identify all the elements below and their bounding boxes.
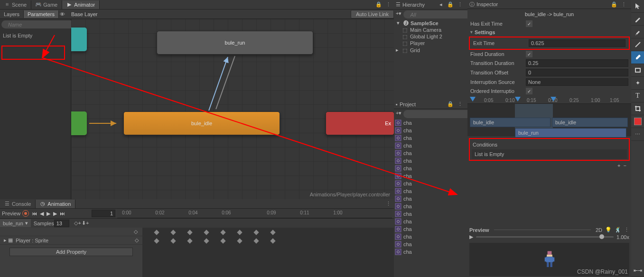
project-item[interactable]: cha <box>395 172 467 180</box>
project-item[interactable]: cha <box>395 210 467 218</box>
transition-duration-field[interactable]: 0.25 <box>526 59 628 67</box>
project-item[interactable]: cha <box>395 248 467 256</box>
project-item[interactable]: cha <box>395 203 467 210</box>
tab-animation[interactable]: ◷Animation <box>36 200 75 208</box>
node-bule-idle[interactable]: bule_idle <box>123 111 280 135</box>
node-entry[interactable] <box>71 111 87 135</box>
hierarchy-item[interactable]: ▸⬚Grid <box>394 46 467 54</box>
clip-dropdown[interactable]: bule_run▾ <box>0 219 31 227</box>
rect-tool-icon[interactable] <box>631 64 644 77</box>
project-item[interactable]: cha <box>395 225 467 233</box>
node-any-state[interactable] <box>71 28 87 51</box>
parameter-search-input[interactable] <box>1 20 82 28</box>
first-frame-button[interactable]: ⏮ <box>31 211 38 216</box>
node-exit[interactable]: Ex <box>326 111 394 135</box>
line-tool-icon[interactable] <box>631 38 644 51</box>
breadcrumb-base-layer[interactable]: Base Layer <box>66 10 103 18</box>
fixed-duration-checkbox[interactable] <box>526 51 532 57</box>
menu-icon[interactable]: ⋮ <box>384 200 392 208</box>
dopesheet[interactable] <box>142 228 394 277</box>
interruption-source-dropdown[interactable]: None <box>526 78 628 86</box>
animation-ruler[interactable]: 0:00 0:02 0:04 0:06 0:09 0:11 1:00 <box>117 209 392 218</box>
node-bule-run[interactable]: bule_run <box>157 31 313 55</box>
transition-timeline[interactable]: 0:05 0:10 0:15 0:20 0:25 1:00 1:05 bule_… <box>467 96 631 136</box>
preview-avatar-icon[interactable]: 🕺 <box>615 227 621 233</box>
settings-foldout[interactable]: Settings <box>467 28 631 37</box>
add-keyframe-icon[interactable]: ◇+ <box>74 220 82 227</box>
lock-icon[interactable]: 🔒 <box>610 0 618 8</box>
project-item[interactable]: cha <box>395 149 467 157</box>
expand-palette-icon[interactable]: ⇤⇥ <box>631 264 644 277</box>
track-menu-icon[interactable]: ◇ <box>135 237 139 243</box>
timeline-state-idle2[interactable]: bule_idle <box>552 118 628 127</box>
eye-icon[interactable]: 👁 <box>59 10 66 18</box>
project-item[interactable]: cha <box>395 119 467 127</box>
lock-icon[interactable]: 🔒 <box>375 1 383 9</box>
last-frame-button[interactable]: ⏭ <box>59 211 66 216</box>
timeline-state-idle[interactable]: bule_idle <box>470 118 551 127</box>
hierarchy-item[interactable]: ⬚Global Light 2 <box>394 33 467 40</box>
ellipsis-icon[interactable]: ⋯ <box>631 128 644 141</box>
add-event-icon[interactable]: ⬇+ <box>82 220 89 227</box>
track-menu-icon[interactable]: ◇ <box>134 229 138 235</box>
lock-icon[interactable]: 🔒 <box>447 1 454 9</box>
project-item[interactable]: cha <box>395 240 467 248</box>
project-item[interactable]: cha <box>395 157 467 165</box>
hierarchy-item[interactable]: ⬚Player <box>394 40 467 46</box>
create-dropdown[interactable]: +▾ <box>396 110 401 118</box>
text-tool-icon[interactable]: T <box>631 90 644 102</box>
exit-time-field[interactable]: 0.625 <box>529 39 625 47</box>
preview-play-button[interactable]: ▶ <box>469 234 473 240</box>
remove-condition-button[interactable]: − <box>624 163 626 168</box>
parameters-tab[interactable]: Parameters <box>24 10 59 18</box>
project-item[interactable]: cha <box>395 165 467 172</box>
tab-console[interactable]: ☰Console <box>0 200 36 208</box>
preview-2d-button[interactable]: 2D <box>596 227 602 233</box>
play-button[interactable]: ▶ <box>46 211 51 217</box>
tab-scene[interactable]: ⌗Scene <box>0 0 31 9</box>
preview-menu-icon[interactable]: ⋮ <box>624 227 629 233</box>
add-condition-button[interactable]: + <box>617 163 620 168</box>
crop-tool-icon[interactable] <box>631 102 644 115</box>
preview-speed-slider[interactable] <box>476 236 614 238</box>
project-item[interactable]: cha <box>395 180 467 187</box>
auto-live-link-button[interactable]: Auto Live Link <box>351 10 394 18</box>
create-dropdown[interactable]: +▾ <box>396 10 401 18</box>
eyedropper-tool-icon[interactable] <box>631 51 644 64</box>
lock-icon[interactable]: 🔒 <box>447 101 454 108</box>
project-item[interactable]: cha <box>395 187 467 195</box>
project-item[interactable]: cha <box>395 134 467 142</box>
ordered-interruption-checkbox[interactable] <box>526 88 532 94</box>
color-swatch[interactable] <box>631 115 644 128</box>
track-player-sprite[interactable]: ▸ ▦ Player : Sprite◇ <box>0 236 142 245</box>
pen-tool-icon[interactable] <box>631 13 644 26</box>
add-property-button[interactable]: Add Property <box>9 248 133 256</box>
has-exit-time-checkbox[interactable] <box>526 20 532 27</box>
cursor-tool-icon[interactable] <box>631 0 644 13</box>
prev-frame-button[interactable]: ◀ <box>39 211 45 217</box>
scene-row[interactable]: ▾🅤SampleSce <box>394 19 467 27</box>
menu-icon[interactable]: ⋮ <box>456 101 464 108</box>
layers-tab[interactable]: Layers <box>0 10 24 18</box>
tab-animator[interactable]: ▶Animator <box>62 0 100 9</box>
project-item[interactable]: cha <box>395 233 467 240</box>
timeline-state-run[interactable]: bule_run <box>515 128 626 138</box>
preview-button[interactable]: Preview <box>2 211 20 216</box>
frame-field[interactable] <box>92 210 115 217</box>
brush-tool-icon[interactable] <box>631 26 644 38</box>
project-item[interactable]: cha <box>395 195 467 203</box>
preview-light-icon[interactable]: 💡 <box>605 227 612 233</box>
menu-icon[interactable]: ⋮ <box>456 1 464 9</box>
record-button[interactable] <box>22 210 29 217</box>
samples-field[interactable] <box>54 220 69 227</box>
prev-icon[interactable]: ◂ <box>437 1 445 9</box>
animator-graph[interactable]: bule_run bule_idle Ex Animations/Player/… <box>71 19 394 199</box>
track-row[interactable]: ◇ <box>0 228 142 236</box>
playhead-in-icon[interactable] <box>515 97 521 102</box>
menu-icon[interactable]: ⋮ <box>384 1 392 9</box>
playhead-start-icon[interactable] <box>470 97 476 102</box>
expand-icon[interactable]: ▾ <box>397 20 401 26</box>
tab-game[interactable]: 🎮Game <box>31 0 62 9</box>
expand-icon[interactable]: ▸ <box>396 47 401 53</box>
project-item[interactable]: cha <box>395 127 467 134</box>
